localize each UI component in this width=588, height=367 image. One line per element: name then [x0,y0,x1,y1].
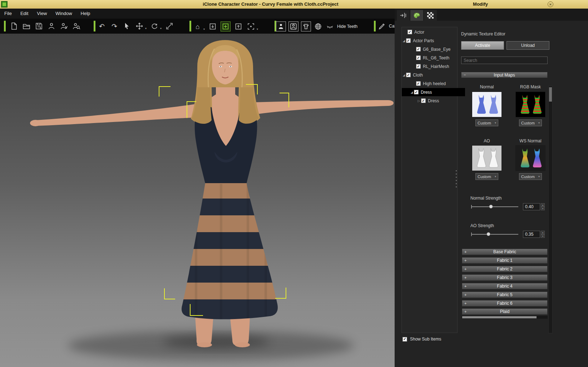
eyelash-icon[interactable] [325,22,335,31]
section-plaid[interactable]: +Plaid [462,308,548,315]
move-tool-caret[interactable]: ▾ [145,27,147,31]
section-fabric-1[interactable]: +Fabric 1 [462,257,548,264]
section-base-fabric[interactable]: +Base Fabric [462,249,548,255]
normal-strength-spinner[interactable]: ▲▼ [541,203,545,210]
rgb-mask-thumbnail[interactable] [515,92,545,117]
ao-map-thumbnail[interactable] [472,145,502,171]
new-project-icon[interactable] [9,21,19,31]
character-search-icon[interactable] [72,21,81,31]
calibration-label[interactable]: Cali [389,24,395,29]
tree-item-dress-selected[interactable]: ◢ ✓ Dress [402,88,465,96]
normal-map-thumbnail[interactable] [472,92,502,117]
ws-normal-thumbnail[interactable] [515,145,545,171]
frame-down-icon[interactable] [208,22,217,31]
scrollbar-thumb[interactable] [462,316,537,318]
checkbox[interactable]: ✓ [414,90,419,94]
rgb-mask-dropdown[interactable]: Custom▾ [519,119,542,126]
search-input[interactable] [461,57,548,64]
scale-tool-icon[interactable] [165,21,174,31]
undo-icon[interactable]: ↶ [97,21,107,31]
normal-map-label: Normal [472,84,502,89]
open-folder-icon[interactable] [22,21,31,31]
ao-map-dropdown[interactable]: Custom▾ [475,173,498,180]
checkbox[interactable]: ✓ [416,47,421,52]
normal-map-dropdown[interactable]: Custom▾ [475,119,498,126]
slider-thumb[interactable] [489,205,493,209]
rotate-tool-icon[interactable] [150,21,159,31]
menu-window[interactable]: Window [51,9,76,19]
section-fabric-2[interactable]: +Fabric 2 [462,266,548,272]
camera-frame-caret[interactable]: ▾ [257,28,258,31]
ao-map-label: AO [472,138,502,143]
tab-attach[interactable] [397,10,410,21]
move-tool-icon[interactable] [135,21,144,31]
ws-normal-dropdown[interactable]: Custom▾ [519,173,542,180]
expanded-arrow-icon[interactable]: ◢ [402,73,406,77]
ao-strength-value[interactable] [523,231,540,238]
globe-icon[interactable] [313,22,323,31]
checkbox[interactable]: ✓ [416,55,421,60]
checkbox[interactable]: ✓ [407,30,412,34]
collapse-icon[interactable]: − [464,73,466,77]
checkbox[interactable]: ✓ [406,38,411,43]
home-view-caret[interactable]: ▾ [203,28,205,31]
show-sub-items-row[interactable]: ✓ Show Sub Items [402,337,441,342]
slider-thumb[interactable] [486,232,490,236]
fit-to-view-icon[interactable] [221,21,231,31]
checkbox[interactable]: ✓ [416,81,421,86]
character-preset-icon[interactable] [59,21,69,31]
home-view-icon[interactable]: ⌂ [193,22,202,31]
checkbox[interactable]: ✓ [416,64,421,69]
hide-teeth-label[interactable]: Hide Teeth [337,24,357,29]
ao-strength-slider[interactable] [471,234,518,235]
checkbox[interactable]: ✓ [421,98,426,103]
activate-button[interactable]: Activate [461,41,504,50]
tree-item-cloth[interactable]: ◢ ✓ Cloth [402,71,457,79]
show-cloth-toggle[interactable] [301,21,311,31]
tree-item-high-heeled[interactable]: ✓ High heeled [402,79,471,88]
unload-button[interactable]: Unload [507,41,549,50]
expanded-arrow-icon[interactable]: ◢ [410,90,414,94]
ao-strength-label: AO Strength [470,223,494,228]
tree-item-actor[interactable]: ✓ Actor [402,28,457,36]
tree-item-actor-parts[interactable]: ◢ ✓ Actor Parts [402,36,457,45]
modify-tab-bar [395,9,588,21]
input-maps-header[interactable]: − Input Maps [461,72,548,78]
close-panel-icon[interactable]: ✕ [548,1,553,7]
character-icon[interactable] [47,21,56,31]
tree-item-dress-child[interactable]: ▷ ✓ Dress [402,97,472,105]
save-icon[interactable] [34,21,44,31]
tab-texture[interactable] [424,10,437,21]
normal-strength-slider[interactable] [471,206,518,207]
show-body-toggle[interactable] [276,21,286,31]
menu-view[interactable]: View [33,9,51,19]
show-sub-items-checkbox[interactable]: ✓ [402,337,407,342]
section-fabric-4[interactable]: +Fabric 4 [462,283,548,289]
section-fabric-3[interactable]: +Fabric 3 [462,274,548,281]
toolbar-separator [189,21,191,31]
tab-material[interactable] [410,10,423,21]
scrollbar-thumb[interactable] [549,87,552,102]
section-fabric-6[interactable]: +Fabric 6 [462,300,548,307]
horizontal-scrollbar[interactable] [462,316,548,319]
frame-up-icon[interactable] [234,22,243,31]
vertical-scrollbar[interactable] [548,86,553,333]
checkbox[interactable]: ✓ [406,73,411,77]
viewport-3d[interactable] [0,34,395,367]
collapsed-arrow-icon[interactable]: ▷ [417,99,421,103]
normal-strength-value[interactable] [523,203,540,210]
select-arrow-icon[interactable] [122,21,132,31]
menu-file[interactable]: File [0,9,16,19]
menu-help[interactable]: Help [76,9,95,19]
panel-splitter[interactable] [456,170,457,187]
menu-edit[interactable]: Edit [16,9,33,19]
section-fabric-5[interactable]: +Fabric 5 [462,292,548,298]
redo-icon[interactable]: ↷ [110,21,119,31]
expand-icon: + [464,284,466,288]
camera-frame-icon[interactable] [246,22,256,31]
rotate-tool-caret[interactable]: ▾ [160,27,162,31]
show-skin-toggle[interactable] [288,21,298,31]
calibration-icon[interactable] [377,21,387,31]
ao-strength-spinner[interactable]: ▲▼ [541,231,545,238]
expanded-arrow-icon[interactable]: ◢ [402,39,406,43]
